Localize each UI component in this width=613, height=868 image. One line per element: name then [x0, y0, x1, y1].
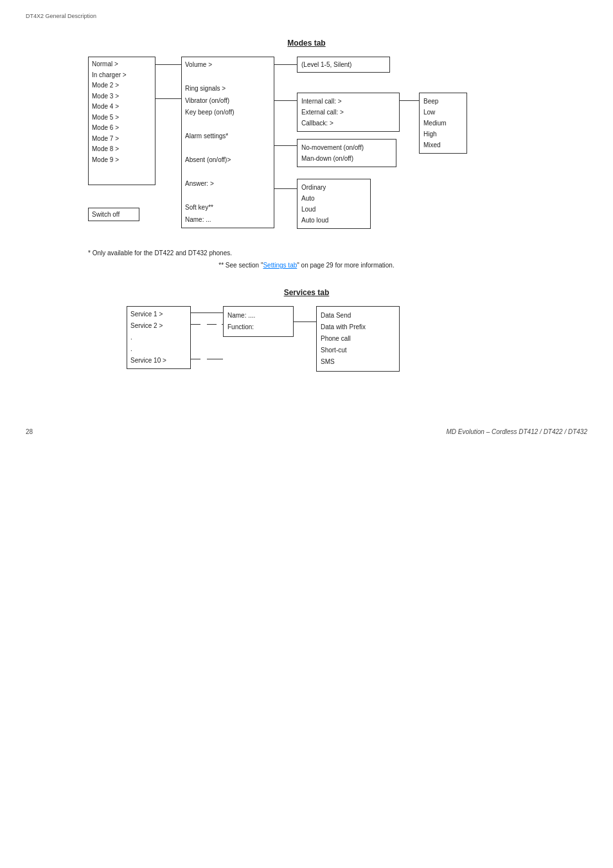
switch-off-box: Switch off: [88, 208, 139, 221]
header-title: DT4X2 General Description: [26, 13, 96, 19]
page-header: DT4X2 General Description: [26, 13, 587, 19]
answer-box: Ordinary Auto Loud Auto loud: [297, 179, 371, 229]
services-right-box: Data Send Data with Prefix Phone call Sh…: [316, 306, 400, 372]
footnote-2: ** See section "Settings tab" on page 29…: [88, 262, 525, 269]
modes-section: Modes tab Normal > In charger > Mode 2 >…: [26, 39, 587, 269]
services-left-box: Service 1 > Service 2 > . . Service 10 >: [127, 306, 191, 369]
conn-answer: [274, 188, 297, 189]
modes-diagram: Normal > In charger > Mode 2 > Mode 3 > …: [88, 57, 525, 243]
conn-svc2-1: [191, 324, 200, 325]
conn-svc2-2: [207, 324, 217, 325]
services-middle-box: Name: .... Function:: [223, 306, 294, 337]
conn-ring-beep: [400, 100, 419, 101]
level-box: (Level 1-5, Silent): [297, 57, 390, 73]
ring-options-box: Internal call: > External call: > Callba…: [297, 93, 400, 132]
settings-tab-link[interactable]: Settings tab: [263, 262, 297, 269]
conn-ring: [274, 100, 297, 101]
modes-left-box: Normal > In charger > Mode 2 > Mode 3 > …: [88, 57, 155, 185]
modes-middle-box: Volume > Ring signals > Vibrator (on/off…: [181, 57, 274, 228]
beep-options-box: Beep Low Medium High Mixed: [419, 93, 467, 154]
conn-left-mid-lower: [155, 98, 181, 99]
modes-tab-title: Modes tab: [26, 39, 587, 48]
conn-svc10-2: [207, 359, 223, 359]
page-footer: 28 MD Evolution – Cordless DT412 / DT422…: [26, 428, 587, 435]
conn-function: [294, 321, 316, 322]
services-diagram: Service 1 > Service 2 > . . Service 10 >…: [127, 306, 486, 377]
services-tab-title: Services tab: [26, 288, 587, 297]
footer-title: MD Evolution – Cordless DT412 / DT422 / …: [446, 428, 587, 435]
conn-volume: [274, 64, 297, 65]
conn-svc10-1: [191, 359, 200, 359]
page-number: 28: [26, 428, 33, 435]
services-section: Services tab Service 1 > Service 2 > . .…: [26, 288, 587, 377]
footnote-1: * Only available for the DT422 and DT432…: [88, 249, 525, 257]
conn-left-mid-top: [155, 64, 181, 65]
conn-svc1: [191, 312, 223, 313]
footnotes: * Only available for the DT422 and DT432…: [88, 249, 525, 269]
alarm-box: No-movement (on/off) Man-down (on/off): [297, 139, 396, 167]
conn-alarm: [274, 145, 297, 146]
